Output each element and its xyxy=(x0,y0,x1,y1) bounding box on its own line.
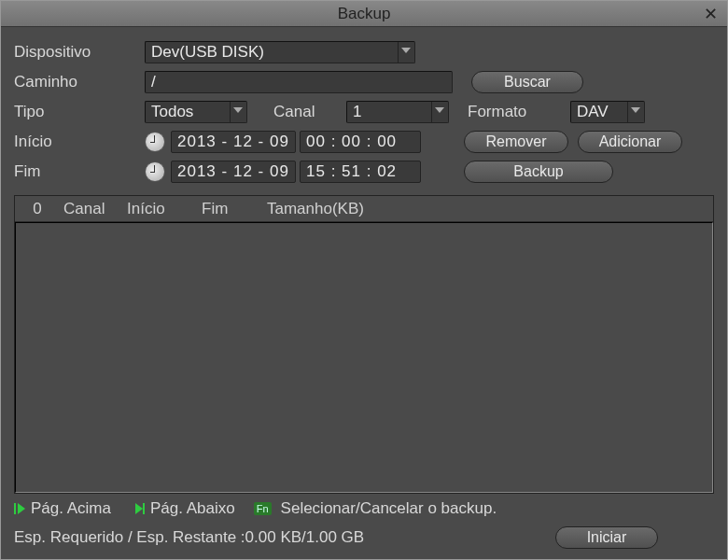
path-value: / xyxy=(151,73,156,91)
content-area: Dispositivo Dev(USB DISK) Caminho / Busc… xyxy=(1,27,727,559)
end-time-input[interactable]: 15 : 51 : 02 xyxy=(300,161,421,183)
titlebar: Backup ✕ xyxy=(1,1,727,27)
results-table: 0 Canal Início Fim Tamanho(KB) xyxy=(14,195,714,494)
backup-button[interactable]: Backup xyxy=(464,161,613,183)
status-row: Esp. Requerido / Esp. Restante :0.00 KB/… xyxy=(14,520,714,550)
type-select[interactable]: Todos xyxy=(145,101,247,123)
backup-window: Backup ✕ Dispositivo Dev(USB DISK) Camin… xyxy=(0,0,728,560)
table-body[interactable] xyxy=(15,222,713,493)
device-value: Dev(USB DISK) xyxy=(151,43,264,62)
channel-value: 1 xyxy=(353,103,361,121)
col-start: Início xyxy=(119,200,194,218)
format-label: Formato xyxy=(468,103,570,121)
type-label: Tipo xyxy=(14,103,145,121)
channel-label: Canal xyxy=(273,103,346,121)
path-input[interactable]: / xyxy=(145,71,453,93)
page-down-icon[interactable] xyxy=(135,503,145,514)
space-status: Esp. Requerido / Esp. Restante :0.00 KB/… xyxy=(14,528,364,547)
page-up-label[interactable]: Pág. Acima xyxy=(31,499,111,518)
chevron-down-icon xyxy=(435,107,444,113)
col-size: Tamanho(KB) xyxy=(259,200,713,218)
window-title: Backup xyxy=(338,5,391,23)
format-value: DAV xyxy=(577,103,609,121)
remove-button[interactable]: Remover xyxy=(464,131,568,153)
path-label: Caminho xyxy=(14,73,145,91)
add-button[interactable]: Adicionar xyxy=(578,131,682,153)
format-select[interactable]: DAV xyxy=(570,101,645,123)
clock-icon[interactable] xyxy=(145,161,165,182)
page-down-label[interactable]: Pág. Abaixo xyxy=(150,499,235,518)
start-time-input[interactable]: 00 : 00 : 00 xyxy=(300,131,421,153)
end-date-input[interactable]: 2013 - 12 - 09 xyxy=(171,161,296,183)
end-label: Fim xyxy=(14,162,145,181)
device-select[interactable]: Dev(USB DISK) xyxy=(145,41,415,63)
chevron-down-icon xyxy=(401,48,411,53)
close-icon[interactable]: ✕ xyxy=(704,4,718,24)
table-header: 0 Canal Início Fim Tamanho(KB) xyxy=(15,196,713,222)
pagination-row: Pág. Acima Pág. Abaixo Fn Selecionar/Can… xyxy=(14,494,714,520)
chevron-down-icon xyxy=(631,107,640,113)
col-channel: Canal xyxy=(56,200,119,218)
start-label: Início xyxy=(14,133,145,151)
fn-badge: Fn xyxy=(254,502,272,515)
start-button[interactable]: Iniciar xyxy=(555,526,658,549)
channel-select[interactable]: 1 xyxy=(346,101,449,123)
search-button[interactable]: Buscar xyxy=(471,71,583,93)
start-date-input[interactable]: 2013 - 12 - 09 xyxy=(171,131,296,153)
col-end: Fim xyxy=(194,200,259,218)
col-count: 0 xyxy=(19,200,56,218)
chevron-down-icon xyxy=(233,107,243,113)
clock-icon[interactable] xyxy=(145,132,165,152)
type-value: Todos xyxy=(151,103,193,121)
page-up-icon[interactable] xyxy=(14,503,25,514)
device-label: Dispositivo xyxy=(14,43,145,62)
select-cancel-hint: Selecionar/Cancelar o backup. xyxy=(281,499,497,518)
